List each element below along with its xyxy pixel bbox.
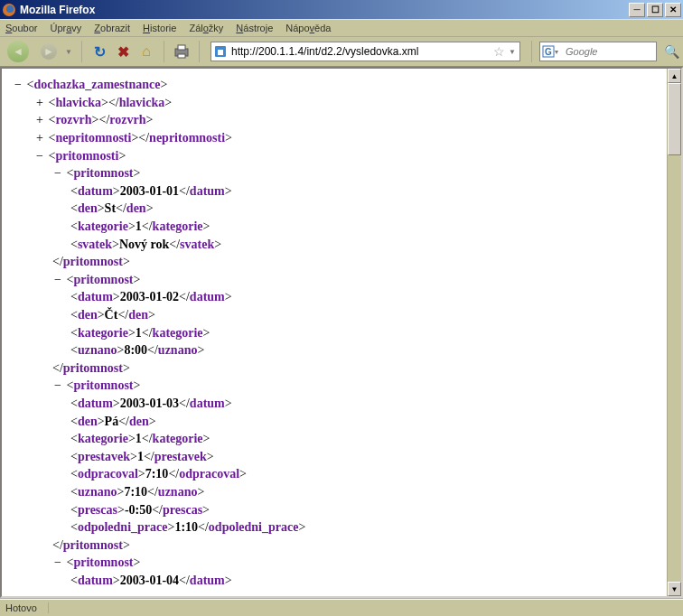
xml-pritomnost-close: </pritomnost>	[52, 537, 663, 555]
xml-leaf-odpoledni_prace: <odpoledni_prace>1:10</odpoledni_prace>	[70, 518, 663, 537]
home-button[interactable]: ⌂	[136, 42, 156, 61]
collapse-toggle[interactable]: −	[13, 76, 23, 94]
menu-bookmarks[interactable]: Záložky	[189, 23, 223, 33]
collapse-toggle[interactable]: −	[34, 147, 45, 165]
menu-file[interactable]: Soubor	[5, 23, 37, 33]
expand-toggle[interactable]: +	[34, 129, 45, 147]
url-input[interactable]	[231, 45, 490, 58]
collapse-toggle[interactable]: −	[52, 164, 63, 182]
collapse-toggle[interactable]: −	[52, 554, 63, 572]
xml-viewer: − <dochazka_zamestnance>+ <hlavicka></hl…	[2, 69, 667, 596]
stop-button[interactable]: ✖	[113, 42, 133, 61]
xml-collapsed-node: + <nepritomnosti></nepritomnosti>	[34, 129, 663, 147]
toolbar-separator	[164, 41, 164, 62]
toolbar-separator	[531, 41, 532, 62]
xml-pritomnost-close: </pritomnost>	[52, 359, 663, 378]
menu-history[interactable]: Historie	[143, 23, 176, 33]
content-pane: − <dochazka_zamestnance>+ <hlavicka></hl…	[0, 67, 683, 598]
xml-leaf-kategorie: <kategorie>1</kategorie>	[70, 430, 663, 448]
xml-collapsed-node: + <rozvrh></rozvrh>	[34, 111, 663, 129]
svg-rect-6	[218, 50, 223, 55]
xml-pritomnost-close: </pritomnost>	[52, 253, 663, 271]
xml-leaf-uznano: <uznano>7:10</uznano>	[70, 483, 663, 501]
svg-rect-4	[178, 54, 185, 58]
xml-pritomnost-open: − <pritomnost>	[52, 271, 663, 289]
url-dropdown-icon[interactable]: ▼	[509, 48, 518, 56]
xml-leaf-kategorie: <kategorie>1</kategorie>	[70, 324, 663, 342]
search-engine-dropdown-icon[interactable]: ▾	[555, 48, 564, 56]
window-titlebar: Mozilla Firefox	[0, 0, 683, 19]
expand-toggle[interactable]: +	[34, 111, 45, 129]
vertical-scrollbar[interactable]: ▲ ▼	[667, 69, 681, 596]
print-button[interactable]	[172, 42, 192, 61]
toolbar-separator	[81, 41, 82, 62]
window-title: Mozilla Firefox	[20, 4, 627, 16]
scroll-up-button[interactable]: ▲	[668, 69, 681, 83]
xml-leaf-datum: <datum>2003-01-02</datum>	[70, 288, 663, 306]
xml-leaf-den: <den>St</den>	[70, 200, 663, 218]
forward-button[interactable]: ►	[36, 40, 61, 63]
history-dropdown-icon[interactable]: ▼	[65, 48, 74, 56]
menu-help[interactable]: Nápověda	[285, 23, 331, 33]
maximize-button[interactable]	[647, 3, 663, 17]
url-bar[interactable]: ☆ ▼	[211, 42, 520, 61]
xml-leaf-datum: <datum>2003-01-03</datum>	[70, 395, 663, 413]
xml-leaf-uznano: <uznano>8:00</uznano>	[70, 341, 663, 359]
xml-pritomnost-open: − <pritomnost>	[52, 164, 663, 182]
xml-open-node: − <pritomnosti>	[34, 147, 663, 165]
svg-point-1	[6, 5, 14, 13]
scroll-track[interactable]	[668, 155, 681, 582]
site-identity-icon[interactable]	[213, 44, 228, 59]
xml-leaf-datum: <datum>2003-01-04</datum>	[70, 572, 663, 590]
xml-root: − <dochazka_zamestnance>	[13, 76, 663, 94]
search-go-icon[interactable]: 🔍	[664, 44, 679, 59]
scroll-thumb[interactable]	[668, 83, 681, 155]
xml-leaf-odpracoval: <odpracoval>7:10</odpracoval>	[70, 465, 663, 483]
menu-edit[interactable]: Úpravy	[50, 23, 81, 33]
xml-leaf-kategorie: <kategorie>1</kategorie>	[70, 218, 663, 236]
expand-toggle[interactable]: +	[34, 94, 45, 112]
xml-leaf-datum: <datum>2003-01-01</datum>	[70, 182, 663, 201]
search-input[interactable]	[566, 46, 654, 57]
back-button[interactable]: ◄	[4, 40, 33, 63]
xml-leaf-svatek: <svatek>Nový rok</svatek>	[70, 236, 663, 254]
minimize-button[interactable]	[629, 3, 645, 17]
xml-leaf-den: <den>Čt</den>	[70, 306, 663, 324]
menu-view[interactable]: Zobrazit	[94, 23, 130, 33]
google-icon[interactable]: G	[542, 45, 555, 58]
status-bar: Hotovo	[0, 598, 683, 616]
toolbar-separator	[199, 41, 200, 62]
xml-pritomnost-open: − <pritomnost>	[52, 377, 663, 395]
reload-button[interactable]: ↻	[89, 42, 109, 61]
xml-pritomnost-open: − <pritomnost>	[52, 554, 663, 572]
close-button[interactable]	[665, 3, 681, 17]
collapse-toggle[interactable]: −	[52, 377, 63, 395]
xml-leaf-den: <den>Pá</den>	[70, 413, 663, 431]
collapse-toggle[interactable]: −	[52, 271, 63, 289]
xml-leaf-prescas: <prescas>-0:50</prescas>	[70, 501, 663, 519]
search-bar[interactable]: G ▾	[539, 42, 657, 61]
status-text: Hotovo	[5, 602, 49, 613]
bookmark-star-icon[interactable]: ☆	[493, 44, 505, 59]
scroll-down-button[interactable]: ▼	[668, 582, 681, 596]
firefox-icon	[2, 3, 16, 17]
xml-leaf-prestavek: <prestavek>1</prestavek>	[70, 448, 663, 466]
navigation-toolbar: ◄ ► ▼ ↻ ✖ ⌂ ☆ ▼ G ▾ 🔍	[0, 37, 683, 67]
menu-bar: Soubor Úpravy Zobrazit Historie Záložky …	[0, 19, 683, 37]
svg-text:G: G	[545, 47, 552, 57]
menu-tools[interactable]: Nástroje	[236, 23, 273, 33]
xml-collapsed-node: + <hlavicka></hlavicka>	[34, 94, 663, 112]
svg-rect-3	[178, 45, 185, 50]
